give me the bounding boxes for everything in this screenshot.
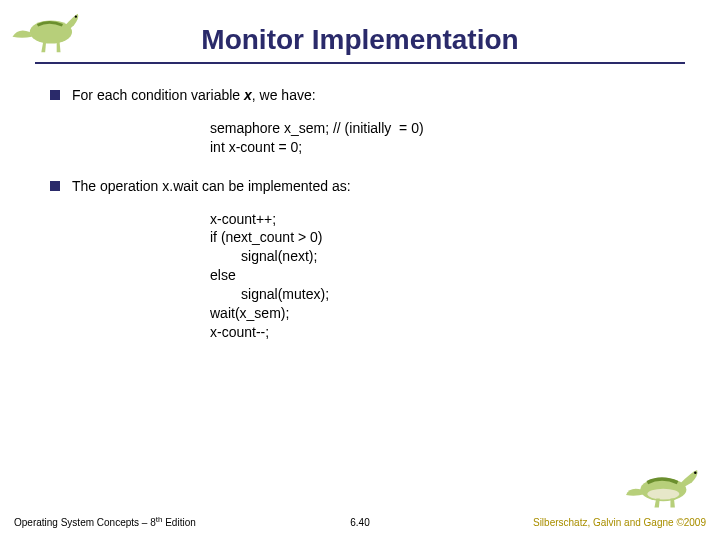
bullet-text-post: can be implemented as: (198, 178, 351, 194)
bullet-text-var: x (244, 87, 252, 103)
bullet-text-post: , we have: (252, 87, 316, 103)
slide-title: Monitor Implementation (0, 24, 720, 56)
bullet-text-pre: For each condition variable (72, 87, 244, 103)
dinosaur-large-icon (626, 464, 706, 510)
svg-point-4 (694, 472, 696, 474)
bullet-item: For each condition variable x, we have: (50, 86, 670, 105)
bullet-text-code: x.wait (162, 178, 198, 194)
svg-point-3 (647, 489, 679, 500)
code-block: semaphore x_sem; // (initially = 0) int … (210, 119, 670, 157)
footer-copyright: Silberschatz, Galvin and Gagne ©2009 (533, 517, 706, 528)
bullet-square-icon (50, 181, 60, 191)
bullet-square-icon (50, 90, 60, 100)
slide: Monitor Implementation For each conditio… (0, 0, 720, 540)
bullet-item: The operation x.wait can be implemented … (50, 177, 670, 196)
bullet-text-pre: The operation (72, 178, 162, 194)
bullet-text: The operation x.wait can be implemented … (72, 177, 670, 196)
bullet-text: For each condition variable x, we have: (72, 86, 670, 105)
code-block: x-count++; if (next_count > 0) signal(ne… (210, 210, 670, 342)
slide-body: For each condition variable x, we have: … (50, 86, 670, 362)
title-underline (35, 62, 685, 64)
svg-point-1 (75, 15, 77, 17)
